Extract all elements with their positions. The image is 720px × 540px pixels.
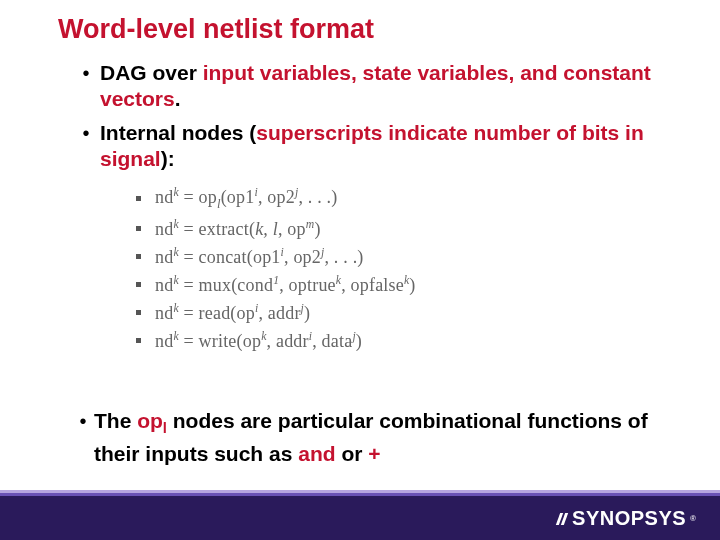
bullet-3: • The opl nodes are particular combinati…: [72, 408, 680, 475]
highlight: +: [368, 442, 380, 465]
registered-icon: ®: [690, 514, 696, 523]
formula-row-5: ndk = read(opi, addrj): [136, 302, 680, 324]
formula-5: ndk = read(opi, addrj): [155, 302, 310, 324]
logo-text: SYNOPSYS: [572, 507, 686, 530]
square-bullet-icon: [136, 310, 141, 315]
text: DAG over: [100, 61, 203, 84]
bullet-1-text: DAG over input variables, state variable…: [100, 60, 680, 112]
square-bullet-icon: [136, 282, 141, 287]
logo-mark-icon: [556, 512, 570, 526]
formula-row-6: ndk = write(opk, addri, dataj): [136, 330, 680, 352]
formula-row-3: ndk = concat(op1i, op2j, . . .): [136, 246, 680, 268]
text: ):: [161, 147, 175, 170]
square-bullet-icon: [136, 226, 141, 231]
formula-list: ndk = opl(op1i, op2j, . . .) ndk = extra…: [136, 186, 680, 352]
formula-2: ndk = extract(k, l, opm): [155, 218, 321, 240]
text: Internal nodes (: [100, 121, 256, 144]
square-bullet-icon: [136, 196, 141, 201]
slide: Word-level netlist format • DAG over inp…: [0, 0, 720, 540]
square-bullet-icon: [136, 254, 141, 259]
slide-title: Word-level netlist format: [58, 14, 374, 45]
highlight: opl: [137, 409, 167, 432]
bullet-dot: •: [72, 120, 100, 172]
formula-row-1: ndk = opl(op1i, op2j, . . .): [136, 186, 680, 212]
text: The: [94, 409, 137, 432]
bullet-1: • DAG over input variables, state variab…: [72, 60, 680, 112]
formula-6: ndk = write(opk, addri, dataj): [155, 330, 362, 352]
formula-row-2: ndk = extract(k, l, opm): [136, 218, 680, 240]
footer-stripe: [0, 493, 720, 496]
formula-1: ndk = opl(op1i, op2j, . . .): [155, 186, 337, 212]
bullet-dot: •: [72, 408, 94, 467]
footer-bar: SYNOPSYS ®: [0, 496, 720, 540]
content-area: • DAG over input variables, state variab…: [72, 60, 680, 370]
bullet-2: • Internal nodes (superscripts indicate …: [72, 120, 680, 172]
bullet-dot: •: [72, 60, 100, 112]
formula-4: ndk = mux(cond1, optruek, opfalsek): [155, 274, 416, 296]
highlight: and: [298, 442, 335, 465]
synopsys-logo: SYNOPSYS ®: [556, 507, 696, 530]
text: .: [175, 87, 181, 110]
formula-row-4: ndk = mux(cond1, optruek, opfalsek): [136, 274, 680, 296]
bullet-2-text: Internal nodes (superscripts indicate nu…: [100, 120, 680, 172]
text: or: [336, 442, 369, 465]
square-bullet-icon: [136, 338, 141, 343]
formula-3: ndk = concat(op1i, op2j, . . .): [155, 246, 364, 268]
bullet-3-text: The opl nodes are particular combination…: [94, 408, 680, 467]
